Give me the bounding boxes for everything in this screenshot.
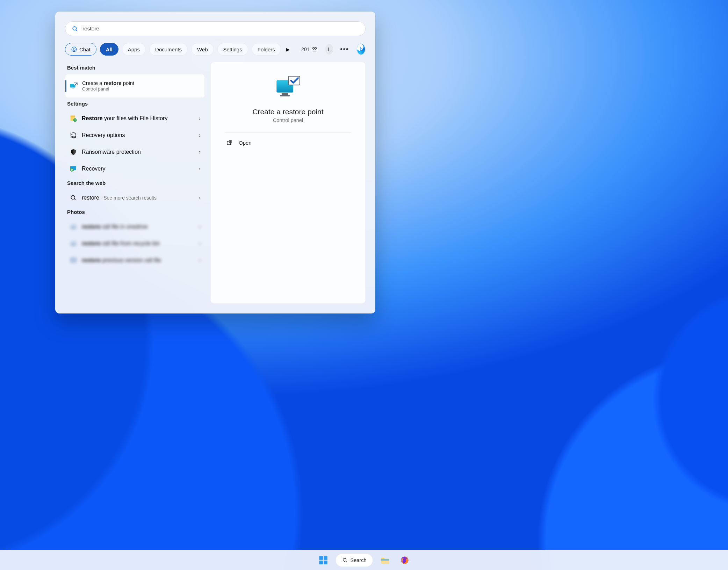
settings-item-file-history[interactable]: Restore your files with File History › [65, 110, 205, 127]
photos-item[interactable]: restore previous version odt file › [65, 252, 205, 269]
photos-item[interactable]: restore odt file from recycle bin › [65, 235, 205, 252]
bing-button[interactable] [356, 43, 366, 55]
shield-icon [69, 148, 78, 156]
filter-all[interactable]: All [100, 43, 118, 56]
filter-chat-label: Chat [79, 46, 91, 52]
chevron-right-icon: › [199, 240, 201, 247]
user-avatar[interactable]: L [325, 44, 333, 55]
search-icon [69, 194, 78, 202]
svg-rect-31 [319, 561, 323, 564]
svg-point-15 [71, 195, 75, 199]
chevron-right-icon: › [199, 195, 201, 201]
recovery-options-icon [69, 131, 78, 139]
start-button[interactable] [316, 553, 331, 568]
filter-folders[interactable]: Folders [252, 43, 281, 56]
results-left-column: Best match Create a restore point Contro… [65, 62, 205, 304]
svg-rect-36 [381, 559, 389, 561]
bing-icon [358, 46, 364, 52]
search-input-container[interactable]: restore [65, 21, 366, 36]
svg-rect-29 [319, 556, 323, 560]
image-file-icon [69, 223, 78, 231]
file-history-icon [69, 114, 78, 123]
photos-results-blurred: restore odt file in onedrive › restore o… [65, 218, 205, 269]
settings-item-recovery-options[interactable]: Recovery options › [65, 127, 205, 144]
search-query-text[interactable]: restore [82, 26, 359, 32]
photos-header: Photos [67, 209, 203, 215]
chevron-right-icon: › [199, 166, 201, 172]
chevron-right-icon: › [199, 115, 201, 122]
svg-point-18 [72, 225, 73, 226]
settings-item-label: Recovery [82, 166, 106, 172]
rewards-icon [311, 46, 318, 52]
file-explorer-icon [380, 555, 390, 565]
settings-item-label: Restore your files with File History [82, 115, 167, 122]
chevron-right-icon: › [199, 149, 201, 155]
svg-line-16 [74, 199, 76, 200]
svg-rect-6 [72, 88, 74, 88]
windows-logo-icon [318, 555, 328, 565]
bing-chat-icon [71, 46, 77, 52]
search-icon [342, 557, 348, 563]
taskbar-search[interactable]: Search [336, 554, 373, 567]
chevron-right-icon: › [199, 257, 201, 264]
svg-point-0 [73, 27, 76, 30]
divider [225, 132, 351, 132]
svg-rect-9 [71, 116, 75, 117]
filter-row: Chat All Apps Documents Web Settings Fol… [65, 43, 366, 56]
best-match-header: Best match [67, 65, 203, 71]
open-action[interactable]: Open [225, 136, 351, 149]
filter-apps[interactable]: Apps [122, 43, 146, 56]
settings-item-ransomware[interactable]: Ransomware protection › [65, 144, 205, 160]
best-match-subtitle: Control panel [82, 86, 134, 92]
more-options-icon[interactable]: ••• [340, 46, 349, 53]
svg-line-34 [346, 561, 347, 562]
filter-chat[interactable]: Chat [65, 43, 96, 56]
svg-point-3 [313, 48, 315, 49]
photos-item[interactable]: restore odt file in onedrive › [65, 218, 205, 235]
svg-point-14 [70, 168, 74, 172]
start-search-flyout: restore Chat All Apps Documents Web Sett… [55, 12, 375, 313]
image-file-icon [69, 239, 78, 248]
filter-settings[interactable]: Settings [217, 43, 248, 56]
taskbar-firefox[interactable] [397, 553, 412, 568]
taskbar-file-explorer[interactable] [378, 553, 392, 568]
rewards-points[interactable]: 201 [301, 46, 318, 52]
open-external-icon [226, 139, 232, 146]
svg-line-1 [76, 30, 77, 31]
filter-web[interactable]: Web [191, 43, 214, 56]
preview-pane: Create a restore point Control panel Ope… [210, 62, 366, 304]
system-properties-icon [70, 82, 78, 90]
preview-title: Create a restore point [252, 108, 323, 116]
best-match-title: Create a restore point [82, 80, 134, 87]
search-icon [72, 26, 78, 32]
web-search-label: restore - See more search results [82, 195, 157, 201]
taskbar: Search [0, 550, 728, 570]
settings-item-label: Ransomware protection [82, 149, 141, 155]
taskbar-search-label: Search [351, 557, 367, 563]
svg-point-4 [315, 48, 317, 49]
settings-item-label: Recovery options [82, 132, 125, 138]
svg-point-20 [72, 242, 73, 243]
best-match-result[interactable]: Create a restore point Control panel [65, 74, 205, 98]
image-file-icon [69, 256, 78, 265]
chevron-right-icon: › [199, 224, 201, 230]
search-web-header: Search the web [67, 180, 203, 186]
svg-point-33 [343, 558, 346, 561]
svg-point-2 [72, 47, 77, 52]
svg-rect-26 [280, 95, 290, 96]
settings-header: Settings [67, 101, 203, 107]
web-search-item[interactable]: restore - See more search results › [65, 189, 205, 206]
preview-subtitle: Control panel [273, 117, 303, 123]
more-filters-icon[interactable]: ▶ [284, 47, 291, 52]
firefox-icon [400, 556, 409, 565]
svg-rect-7 [74, 82, 78, 85]
recovery-icon [69, 165, 78, 173]
filter-documents[interactable]: Documents [149, 43, 188, 56]
svg-rect-22 [72, 259, 75, 261]
chevron-right-icon: › [199, 132, 201, 138]
open-label: Open [239, 140, 252, 146]
preview-app-icon [274, 74, 302, 102]
settings-item-recovery[interactable]: Recovery › [65, 160, 205, 177]
svg-rect-30 [324, 556, 327, 560]
svg-rect-32 [324, 561, 327, 564]
